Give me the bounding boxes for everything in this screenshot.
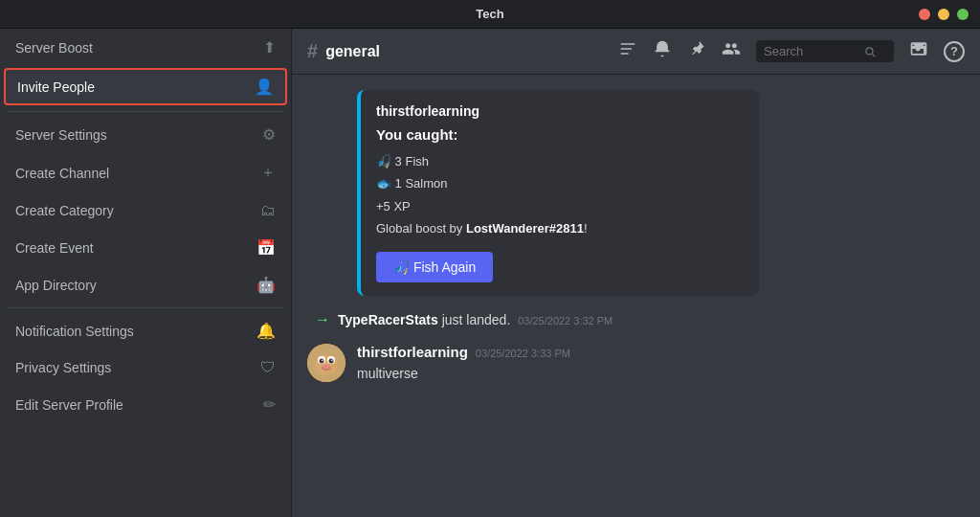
user-message: thirstforlearning 03/25/2022 3:33 PM mul…: [307, 344, 965, 384]
boost-user: LostWanderer#2811: [466, 221, 584, 236]
system-message: → TypeRacerStats just landed. 03/25/2022…: [307, 311, 965, 328]
app-directory-icon: 🤖: [256, 276, 276, 294]
settings-icon: ⚙: [262, 125, 276, 144]
main-layout: Server Boost ⬆ Invite People 👤 Server Se…: [0, 29, 980, 517]
svg-point-8: [329, 358, 334, 363]
boost-icon: ⬆: [263, 38, 276, 56]
boost-line: Global boost by LostWanderer#2811!: [376, 217, 744, 239]
window-title: Tech: [11, 7, 969, 21]
sidebar-item-notification-settings[interactable]: Notification Settings 🔔: [0, 312, 291, 349]
svg-point-9: [322, 359, 323, 361]
edit-profile-icon: ✏: [263, 395, 276, 414]
sidebar-item-privacy-settings[interactable]: Privacy Settings 🛡: [0, 349, 291, 386]
svg-rect-1: [621, 48, 633, 50]
maximize-button[interactable]: [957, 9, 969, 20]
embed-title: You caught:: [376, 126, 744, 143]
system-text: TypeRacerStats just landed. 03/25/2022 3…: [338, 312, 612, 327]
svg-rect-2: [621, 53, 629, 55]
channel-name: general: [325, 43, 380, 60]
channel-header: # general: [292, 29, 980, 75]
catch-salmon: 🐟 1 Salmon: [376, 172, 744, 194]
messages-list: thirstforlearning You caught: 🎣 3 Fish 🐟…: [292, 75, 980, 517]
svg-point-10: [331, 359, 333, 361]
message-timestamp: 03/25/2022 3:33 PM: [476, 348, 570, 359]
channel-hash-icon: #: [307, 40, 318, 62]
title-bar: Tech: [0, 0, 980, 29]
bell-icon[interactable]: [653, 39, 672, 63]
message-header: thirstforlearning 03/25/2022 3:33 PM: [357, 344, 965, 360]
sidebar-item-invite-people[interactable]: Invite People 👤: [4, 68, 287, 105]
sidebar-item-edit-server-profile[interactable]: Edit Server Profile ✏: [0, 386, 291, 423]
inbox-icon[interactable]: [909, 39, 928, 63]
pin-icon[interactable]: [687, 39, 706, 63]
message-username: thirstforlearning: [357, 344, 468, 360]
arrow-icon: →: [315, 311, 330, 328]
fishing-embed: thirstforlearning You caught: 🎣 3 Fish 🐟…: [357, 90, 759, 296]
avatar: [307, 344, 345, 382]
svg-point-7: [320, 358, 324, 363]
sidebar-item-server-settings[interactable]: Server Settings ⚙: [0, 116, 291, 153]
svg-point-12: [323, 365, 330, 369]
minimize-button[interactable]: [938, 9, 949, 20]
system-timestamp: 03/25/2022 3:32 PM: [518, 315, 612, 326]
close-button[interactable]: [919, 9, 930, 20]
privacy-icon: 🛡: [260, 359, 276, 376]
create-category-icon: 🗂: [260, 202, 276, 219]
chat-area: # general: [292, 29, 980, 517]
fish-again-button[interactable]: 🎣 Fish Again: [376, 252, 493, 282]
create-channel-icon: ＋: [260, 163, 276, 183]
create-event-icon: 📅: [256, 238, 276, 257]
svg-rect-0: [621, 43, 635, 45]
notification-icon: 🔔: [256, 322, 276, 340]
members-icon[interactable]: [722, 39, 741, 63]
catch-fish: 🎣 3 Fish: [376, 150, 744, 172]
system-action: just landed.: [442, 312, 511, 327]
header-icons: ?: [618, 39, 965, 63]
message-body: thirstforlearning 03/25/2022 3:33 PM mul…: [357, 344, 965, 384]
sidebar-item-server-boost[interactable]: Server Boost ⬆: [0, 29, 291, 66]
sidebar-item-create-event[interactable]: Create Event 📅: [0, 229, 291, 266]
embed-author: thirstforlearning: [376, 103, 744, 119]
message-text: multiverse: [357, 364, 965, 384]
xp-line: +5 XP: [376, 195, 744, 217]
fishing-embed-container: thirstforlearning You caught: 🎣 3 Fish 🐟…: [307, 90, 965, 296]
window-controls[interactable]: [919, 9, 969, 20]
search-box[interactable]: [756, 40, 894, 62]
threads-icon[interactable]: [618, 39, 637, 63]
sidebar-item-app-directory[interactable]: App Directory 🤖: [0, 266, 291, 303]
sidebar: Server Boost ⬆ Invite People 👤 Server Se…: [0, 29, 292, 517]
divider-2: [8, 307, 283, 308]
search-input[interactable]: [764, 44, 859, 58]
bot-name: TypeRacerStats: [338, 312, 438, 327]
divider-1: [8, 111, 283, 112]
help-icon[interactable]: ?: [944, 41, 965, 62]
sidebar-item-create-category[interactable]: Create Category 🗂: [0, 192, 291, 229]
invite-icon: 👤: [255, 78, 274, 96]
sidebar-item-create-channel[interactable]: Create Channel ＋: [0, 153, 291, 192]
